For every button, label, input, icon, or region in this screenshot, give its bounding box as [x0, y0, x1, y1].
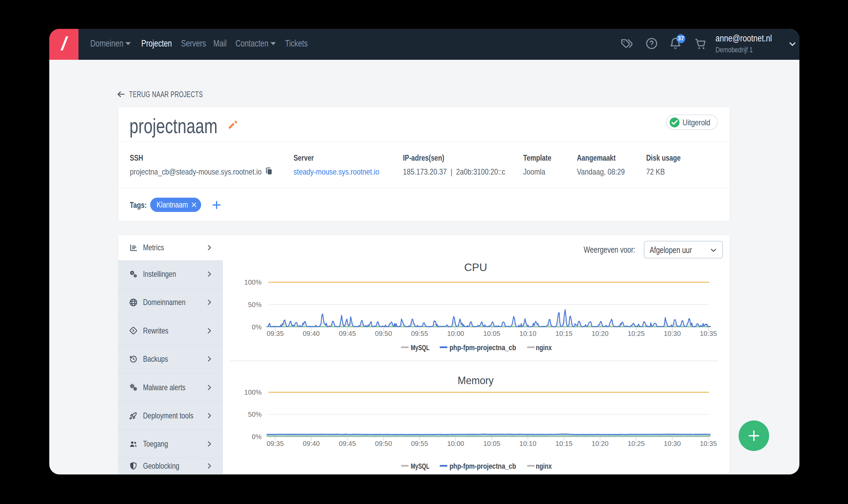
svg-text:php-fpm-projectna_cb: php-fpm-projectna_cb	[449, 462, 516, 470]
svg-text:10:05: 10:05	[483, 330, 500, 337]
svg-text:CPU: CPU	[464, 261, 487, 273]
svg-text:10:15: 10:15	[555, 440, 572, 447]
svg-text:0%: 0%	[252, 433, 262, 440]
svg-text:50%: 50%	[248, 411, 262, 418]
svg-text:09:50: 09:50	[375, 330, 392, 337]
svg-text:09:50: 09:50	[375, 440, 392, 447]
svg-text:10:25: 10:25	[628, 330, 644, 337]
svg-text:09:45: 09:45	[339, 440, 356, 447]
svg-text:100%: 100%	[244, 278, 262, 286]
svg-text:10:10: 10:10	[519, 330, 536, 337]
svg-text:10:00: 10:00	[447, 330, 464, 337]
svg-text:10:30: 10:30	[664, 440, 681, 447]
svg-text:10:10: 10:10	[519, 440, 536, 447]
svg-text:09:55: 09:55	[411, 330, 428, 337]
svg-text:php-fpm-projectna_cb: php-fpm-projectna_cb	[449, 343, 516, 352]
svg-text:0%: 0%	[252, 323, 262, 331]
svg-text:50%: 50%	[248, 301, 262, 308]
svg-text:100%: 100%	[244, 389, 262, 396]
svg-text:10:35: 10:35	[700, 440, 717, 447]
svg-text:09:45: 09:45	[339, 330, 356, 337]
svg-text:10:15: 10:15	[555, 330, 572, 337]
svg-text:10:25: 10:25	[628, 440, 644, 447]
svg-text:nginx: nginx	[536, 343, 552, 352]
svg-text:10:20: 10:20	[591, 440, 608, 447]
svg-text:Memory: Memory	[458, 374, 494, 386]
svg-text:10:00: 10:00	[447, 440, 464, 447]
svg-text:MySQL: MySQL	[411, 462, 429, 470]
svg-text:09:35: 09:35	[267, 330, 284, 337]
svg-text:09:40: 09:40	[303, 440, 320, 447]
svg-text:10:20: 10:20	[591, 330, 608, 337]
svg-text:nginx: nginx	[536, 462, 552, 470]
svg-text:10:05: 10:05	[483, 440, 500, 447]
svg-text:10:35: 10:35	[700, 330, 717, 337]
svg-text:09:35: 09:35	[267, 440, 284, 447]
svg-text:09:40: 09:40	[303, 330, 320, 337]
svg-text:09:55: 09:55	[411, 440, 428, 447]
svg-text:10:30: 10:30	[664, 330, 681, 337]
svg-text:MySQL: MySQL	[411, 343, 429, 352]
